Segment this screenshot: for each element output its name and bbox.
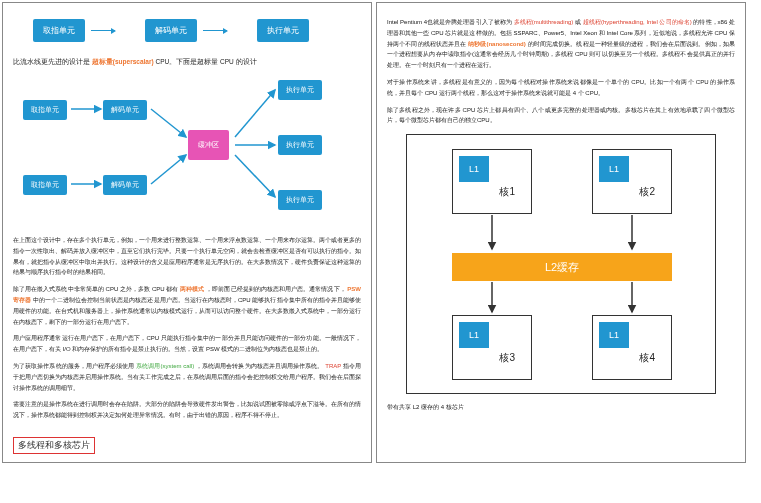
right-page: Intel Pentium 4也就是奔腾处理器引入了被称为 多线程(multit… [376, 2, 746, 463]
text: 比流水线更先进的设计是 [13, 58, 90, 65]
highlight: 两种模式 [180, 286, 204, 292]
para-r2: 对于操作系统来讲，多线程是有意义的，因为每个线程对操作系统来说都像是一个单个的 … [387, 77, 735, 99]
highlight: 超标量(superscalar) [92, 58, 154, 65]
fetch-unit-box: 取指单元 [33, 19, 85, 42]
highlight: 超线程(hyperthreading, Intel 公司的命名) [583, 19, 692, 25]
left-page: 取指单元 解码单元 执行单元 比流水线更先进的设计是 超标量(superscal… [2, 2, 372, 463]
multicore-diagram: L1 核1 L1 核2 L1 核3 L1 核4 L2缓存 [406, 134, 716, 394]
superscalar-diagram: 取指单元 解码单元 取指单元 解码单元 缓冲区 执行单元 执行单元 执行单元 [13, 75, 353, 225]
text: 为了获取操作系统的服务，用户程序必须使用 [13, 363, 134, 369]
exec-unit-box: 执行单元 [257, 19, 309, 42]
section-heading: 多线程和多核芯片 [13, 437, 95, 454]
text: Intel Pentium 4也就是奔腾处理器引入了被称为 [387, 19, 512, 25]
multicore-caption: 带有共享 L2 缓存的 4 核芯片 [387, 402, 735, 413]
diagram-connectors [13, 75, 353, 225]
svg-line-4 [235, 90, 275, 137]
svg-line-6 [235, 155, 275, 197]
text: 或 [575, 19, 583, 25]
para-r3: 除了多线程之外，现在许多 CPU 芯片上都具有四个、八个或更多完整的处理器或内核… [387, 105, 735, 127]
text: 中的一个二进制位会控制当前状态是内核态还是用户态。当运行在内核态时，CPU 能够… [13, 297, 361, 325]
svg-line-3 [151, 155, 186, 184]
text: 除了用在嵌入式系统中非常简单的 CPU 之外，多数 CPU 都有 [13, 286, 179, 292]
pipeline-simple-diagram: 取指单元 解码单元 执行单元 [33, 19, 361, 42]
highlight: 系统调用(system call) [136, 363, 194, 369]
para-r1: Intel Pentium 4也就是奔腾处理器引入了被称为 多线程(multit… [387, 17, 735, 71]
para-3: 用户应用程序通常运行在用户态下，在用户态下，CPU 只能执行指令集中的一部分并且… [13, 333, 361, 355]
text: ，即前面已经提到的内核态和用户态。通常情况下， [206, 286, 345, 292]
para-4: 为了获取操作系统的服务，用户程序必须使用 系统调用(system call) ，… [13, 361, 361, 393]
highlight: TRAP [325, 363, 341, 369]
arrow-icon [203, 30, 227, 31]
arrow-icon [91, 30, 115, 31]
multicore-connectors [407, 135, 717, 395]
para-5: 需要注意的是操作系统在进行调用时会存在陷阱。大部分的陷阱会导致硬件发出警告，比如… [13, 399, 361, 421]
text: CPU。下面是超标量 CPU 的设计 [155, 58, 256, 65]
text: ，系统调用会转换为内核态并且调用操作系统。 [196, 363, 324, 369]
highlight: 多线程(multithreading) [514, 19, 574, 25]
decode-unit-box: 解码单元 [145, 19, 197, 42]
svg-line-1 [151, 109, 186, 137]
caption-superscalar: 比流水线更先进的设计是 超标量(superscalar) CPU。下面是超标量 … [13, 56, 361, 67]
para-1: 在上面这个设计中，存在多个执行单元，例如，一个用来进行整数运算、一个用来浮点数运… [13, 235, 361, 278]
highlight: 纳秒级(nanosecond) [468, 41, 526, 47]
para-2: 除了用在嵌入式系统中非常简单的 CPU 之外，多数 CPU 都有 两种模式 ，即… [13, 284, 361, 327]
